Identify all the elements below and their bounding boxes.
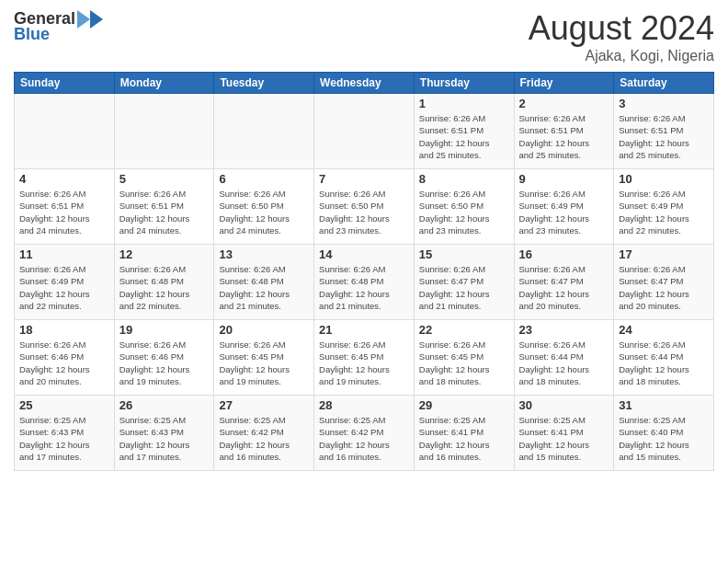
day-info: Sunrise: 6:26 AM Sunset: 6:45 PM Dayligh…	[219, 339, 309, 387]
day-number: 25	[19, 398, 109, 412]
table-row: 1Sunrise: 6:26 AM Sunset: 6:51 PM Daylig…	[414, 94, 514, 169]
day-number: 8	[419, 172, 509, 186]
day-info: Sunrise: 6:26 AM Sunset: 6:51 PM Dayligh…	[119, 188, 210, 236]
day-info: Sunrise: 6:26 AM Sunset: 6:48 PM Dayligh…	[219, 263, 309, 312]
day-number: 10	[619, 172, 709, 186]
table-row: 19Sunrise: 6:26 AM Sunset: 6:46 PM Dayli…	[114, 320, 214, 396]
day-info: Sunrise: 6:25 AM Sunset: 6:40 PM Dayligh…	[619, 414, 709, 463]
day-number: 1	[419, 97, 509, 110]
table-row: 2Sunrise: 6:26 AM Sunset: 6:51 PM Daylig…	[514, 94, 614, 169]
calendar-table: Sunday Monday Tuesday Wednesday Thursday…	[14, 72, 714, 471]
day-info: Sunrise: 6:26 AM Sunset: 6:45 PM Dayligh…	[419, 339, 509, 387]
day-number: 12	[119, 247, 210, 261]
table-row: 21Sunrise: 6:26 AM Sunset: 6:45 PM Dayli…	[314, 320, 415, 396]
table-row: 27Sunrise: 6:25 AM Sunset: 6:42 PM Dayli…	[214, 396, 314, 471]
day-info: Sunrise: 6:26 AM Sunset: 6:49 PM Dayligh…	[19, 263, 109, 312]
day-number: 21	[319, 323, 409, 337]
day-number: 4	[19, 172, 109, 186]
day-number: 2	[519, 97, 609, 110]
day-number: 3	[619, 97, 709, 110]
day-info: Sunrise: 6:26 AM Sunset: 6:47 PM Dayligh…	[619, 263, 709, 312]
title-area: August 2024 Ajaka, Kogi, Nigeria	[529, 9, 714, 64]
table-row: 3Sunrise: 6:26 AM Sunset: 6:51 PM Daylig…	[614, 94, 714, 169]
day-number: 29	[419, 398, 509, 412]
day-number: 26	[119, 398, 210, 412]
page: General Blue August 2024 Ajaka, Kogi, Ni…	[0, 0, 728, 563]
table-row: 4Sunrise: 6:26 AM Sunset: 6:51 PM Daylig…	[15, 169, 115, 245]
col-tuesday: Tuesday	[214, 73, 314, 94]
day-number: 20	[219, 323, 309, 337]
week-row-2: 4Sunrise: 6:26 AM Sunset: 6:51 PM Daylig…	[15, 169, 714, 245]
table-row: 13Sunrise: 6:26 AM Sunset: 6:48 PM Dayli…	[214, 245, 314, 320]
table-row: 15Sunrise: 6:26 AM Sunset: 6:47 PM Dayli…	[414, 245, 514, 320]
table-row: 14Sunrise: 6:26 AM Sunset: 6:48 PM Dayli…	[314, 245, 415, 320]
day-number: 19	[119, 323, 210, 337]
day-info: Sunrise: 6:25 AM Sunset: 6:42 PM Dayligh…	[219, 414, 309, 463]
day-number: 7	[319, 172, 409, 186]
table-row: 23Sunrise: 6:26 AM Sunset: 6:44 PM Dayli…	[514, 320, 614, 396]
table-row: 11Sunrise: 6:26 AM Sunset: 6:49 PM Dayli…	[15, 245, 115, 320]
logo-blue: Blue	[14, 25, 50, 44]
table-row	[214, 94, 314, 169]
svg-marker-1	[77, 10, 90, 29]
day-info: Sunrise: 6:25 AM Sunset: 6:41 PM Dayligh…	[419, 414, 509, 463]
table-row: 18Sunrise: 6:26 AM Sunset: 6:46 PM Dayli…	[15, 320, 115, 396]
table-row: 7Sunrise: 6:26 AM Sunset: 6:50 PM Daylig…	[314, 169, 415, 245]
calendar-header-row: Sunday Monday Tuesday Wednesday Thursday…	[15, 73, 714, 94]
day-info: Sunrise: 6:26 AM Sunset: 6:51 PM Dayligh…	[19, 188, 109, 236]
day-info: Sunrise: 6:26 AM Sunset: 6:50 PM Dayligh…	[219, 188, 309, 236]
table-row: 12Sunrise: 6:26 AM Sunset: 6:48 PM Dayli…	[114, 245, 214, 320]
day-number: 30	[519, 398, 609, 412]
day-info: Sunrise: 6:26 AM Sunset: 6:44 PM Dayligh…	[519, 339, 609, 387]
table-row: 5Sunrise: 6:26 AM Sunset: 6:51 PM Daylig…	[114, 169, 214, 245]
table-row: 10Sunrise: 6:26 AM Sunset: 6:49 PM Dayli…	[614, 169, 714, 245]
table-row: 24Sunrise: 6:26 AM Sunset: 6:44 PM Dayli…	[614, 320, 714, 396]
table-row: 30Sunrise: 6:25 AM Sunset: 6:41 PM Dayli…	[514, 396, 614, 471]
svg-marker-0	[90, 10, 103, 29]
day-info: Sunrise: 6:26 AM Sunset: 6:46 PM Dayligh…	[119, 339, 210, 387]
table-row	[314, 94, 415, 169]
table-row: 9Sunrise: 6:26 AM Sunset: 6:49 PM Daylig…	[514, 169, 614, 245]
day-number: 23	[519, 323, 609, 337]
table-row: 31Sunrise: 6:25 AM Sunset: 6:40 PM Dayli…	[614, 396, 714, 471]
day-number: 31	[619, 398, 709, 412]
day-number: 16	[519, 247, 609, 261]
col-monday: Monday	[114, 73, 214, 94]
day-number: 18	[19, 323, 109, 337]
location: Ajaka, Kogi, Nigeria	[529, 48, 714, 64]
table-row: 29Sunrise: 6:25 AM Sunset: 6:41 PM Dayli…	[414, 396, 514, 471]
day-number: 13	[219, 247, 309, 261]
day-number: 27	[219, 398, 309, 412]
table-row: 6Sunrise: 6:26 AM Sunset: 6:50 PM Daylig…	[214, 169, 314, 245]
logo-icon	[77, 10, 103, 29]
day-number: 15	[419, 247, 509, 261]
day-info: Sunrise: 6:26 AM Sunset: 6:51 PM Dayligh…	[619, 112, 709, 161]
table-row: 17Sunrise: 6:26 AM Sunset: 6:47 PM Dayli…	[614, 245, 714, 320]
day-number: 14	[319, 247, 409, 261]
col-friday: Friday	[514, 73, 614, 94]
table-row: 22Sunrise: 6:26 AM Sunset: 6:45 PM Dayli…	[414, 320, 514, 396]
header: General Blue August 2024 Ajaka, Kogi, Ni…	[14, 9, 714, 64]
table-row: 26Sunrise: 6:25 AM Sunset: 6:43 PM Dayli…	[114, 396, 214, 471]
week-row-1: 1Sunrise: 6:26 AM Sunset: 6:51 PM Daylig…	[15, 94, 714, 169]
day-info: Sunrise: 6:25 AM Sunset: 6:42 PM Dayligh…	[319, 414, 409, 463]
logo: General Blue	[14, 9, 103, 44]
table-row: 16Sunrise: 6:26 AM Sunset: 6:47 PM Dayli…	[514, 245, 614, 320]
day-info: Sunrise: 6:26 AM Sunset: 6:47 PM Dayligh…	[519, 263, 609, 312]
day-info: Sunrise: 6:25 AM Sunset: 6:41 PM Dayligh…	[519, 414, 609, 463]
day-info: Sunrise: 6:26 AM Sunset: 6:49 PM Dayligh…	[619, 188, 709, 236]
day-info: Sunrise: 6:26 AM Sunset: 6:44 PM Dayligh…	[619, 339, 709, 387]
table-row: 25Sunrise: 6:25 AM Sunset: 6:43 PM Dayli…	[15, 396, 115, 471]
day-number: 17	[619, 247, 709, 261]
week-row-4: 18Sunrise: 6:26 AM Sunset: 6:46 PM Dayli…	[15, 320, 714, 396]
col-wednesday: Wednesday	[314, 73, 415, 94]
day-number: 9	[519, 172, 609, 186]
day-info: Sunrise: 6:26 AM Sunset: 6:48 PM Dayligh…	[119, 263, 210, 312]
day-info: Sunrise: 6:26 AM Sunset: 6:48 PM Dayligh…	[319, 263, 409, 312]
day-info: Sunrise: 6:25 AM Sunset: 6:43 PM Dayligh…	[119, 414, 210, 463]
month-title: August 2024	[529, 9, 714, 48]
day-info: Sunrise: 6:25 AM Sunset: 6:43 PM Dayligh…	[19, 414, 109, 463]
day-info: Sunrise: 6:26 AM Sunset: 6:45 PM Dayligh…	[319, 339, 409, 387]
day-number: 24	[619, 323, 709, 337]
table-row: 8Sunrise: 6:26 AM Sunset: 6:50 PM Daylig…	[414, 169, 514, 245]
